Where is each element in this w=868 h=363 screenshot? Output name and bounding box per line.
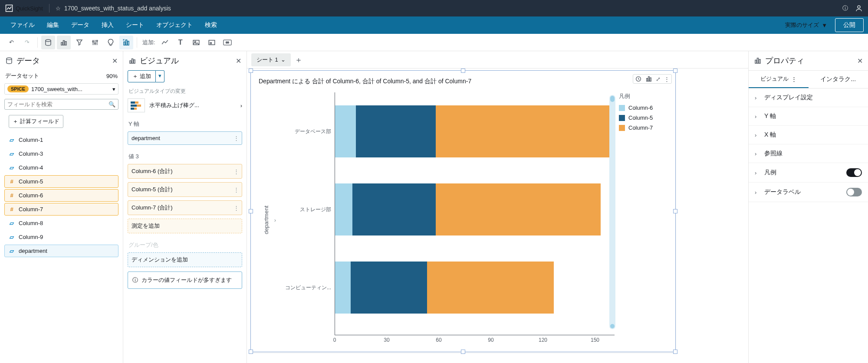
menu-object[interactable]: オブジェクト: [150, 21, 199, 29]
property-row[interactable]: ›データラベル: [749, 183, 868, 202]
group-well-placeholder[interactable]: ディメンションを追加: [128, 252, 242, 267]
bar-segment[interactable]: [351, 262, 427, 314]
add-sheet-button[interactable]: ＋: [293, 55, 304, 65]
bar-segment[interactable]: [436, 183, 601, 235]
bar-group[interactable]: [335, 262, 554, 314]
resize-handle[interactable]: [461, 350, 465, 354]
user-icon[interactable]: [855, 4, 863, 12]
resize-handle[interactable]: [673, 69, 677, 73]
visual-frame[interactable]: ⤢ ⋮ Department による 合計 of Column-6, 合計 of…: [250, 70, 676, 352]
property-row[interactable]: ›ディスプレイ設定: [749, 88, 868, 107]
bar-segment[interactable]: [335, 262, 351, 314]
resize-handle[interactable]: [673, 350, 677, 354]
field-Column-9[interactable]: ▱Column-9: [4, 231, 118, 243]
edit-icon[interactable]: [645, 75, 652, 82]
legend-item[interactable]: Column-7: [619, 124, 671, 131]
expand-icon[interactable]: ⤢: [656, 76, 661, 82]
close-icon[interactable]: ✕: [112, 57, 118, 65]
resize-handle[interactable]: [461, 69, 465, 73]
toggle-switch[interactable]: [846, 188, 862, 196]
menu-sheet[interactable]: シート: [120, 21, 150, 29]
properties-panel-toggle[interactable]: [119, 36, 133, 49]
data-panel-toggle[interactable]: [41, 36, 55, 49]
add-custom-icon[interactable]: [205, 36, 219, 49]
more-icon[interactable]: ⋮: [664, 76, 670, 82]
menu-insert[interactable]: 挿入: [95, 21, 120, 29]
field-search-input[interactable]: [7, 101, 108, 108]
add-sheet-icon[interactable]: ∞: [220, 36, 234, 49]
add-visual-dropdown[interactable]: ▾: [156, 70, 164, 82]
chevron-down-icon[interactable]: ⌄: [281, 56, 286, 63]
y-axis-chevron[interactable]: ›: [270, 92, 280, 347]
chart-plot[interactable]: データベース部ストレージ部コンピューティン... 0306090120150: [283, 92, 615, 347]
legend-item[interactable]: Column-6: [619, 105, 671, 111]
app-logo[interactable]: QuickSight: [5, 4, 43, 12]
sheet-tab[interactable]: シート 1⌄: [251, 53, 291, 66]
scrollbar-minimap[interactable]: [609, 95, 615, 329]
menu-search[interactable]: 検索: [199, 21, 223, 29]
resize-handle[interactable]: [249, 350, 253, 354]
more-icon[interactable]: ⋮: [791, 76, 797, 82]
bar-group[interactable]: [335, 183, 601, 235]
y-axis-well[interactable]: department⋮: [128, 131, 242, 145]
value-well-1[interactable]: Column-5 (合計)⋮: [128, 182, 242, 197]
add-line-icon[interactable]: [158, 36, 172, 49]
value-well-placeholder[interactable]: 測定を追加: [128, 219, 242, 233]
field-search[interactable]: 🔍: [4, 99, 118, 110]
well-menu-icon[interactable]: ⋮: [233, 135, 239, 141]
field-Column-5[interactable]: #Column-5: [4, 175, 118, 188]
add-calc-field-button[interactable]: ＋計算フィールド: [9, 115, 63, 128]
filter-icon[interactable]: [72, 36, 86, 49]
field-Column-7[interactable]: #Column-7: [4, 203, 118, 216]
publish-button[interactable]: 公開: [835, 18, 864, 32]
add-visual-button[interactable]: ＋追加: [128, 70, 156, 82]
tab-visual[interactable]: ビジュアル⋮: [749, 71, 809, 88]
visual-panel-toggle[interactable]: [57, 36, 71, 49]
property-row[interactable]: ›Y 軸: [749, 107, 868, 126]
add-text-icon[interactable]: T: [174, 36, 187, 49]
tab-interaction[interactable]: インタラク...: [809, 71, 868, 88]
bar-segment[interactable]: [335, 183, 352, 235]
toggle-switch[interactable]: [846, 168, 862, 177]
close-icon[interactable]: ✕: [236, 57, 241, 65]
field-Column-3[interactable]: ▱Column-3: [4, 147, 118, 160]
star-icon[interactable]: ☆: [56, 5, 61, 12]
field-Column-1[interactable]: ▱Column-1: [4, 134, 118, 146]
insight-icon[interactable]: [104, 36, 118, 49]
add-image-icon[interactable]: [189, 36, 203, 49]
help-icon[interactable]: ⓘ: [842, 4, 848, 12]
visual-type-selector[interactable]: 水平積み上げ棒グ... ›: [128, 98, 242, 112]
well-menu-icon[interactable]: ⋮: [233, 186, 239, 193]
bar-segment[interactable]: [335, 105, 356, 157]
undo-button[interactable]: ↶: [4, 36, 18, 49]
bar-segment[interactable]: [356, 105, 436, 157]
dataset-selector[interactable]: SPICE 1700_sweets_with... ▾: [4, 83, 118, 95]
menu-data[interactable]: データ: [65, 21, 95, 29]
bar-segment[interactable]: [352, 183, 436, 235]
bar-segment[interactable]: [436, 105, 609, 157]
menu-edit[interactable]: 編集: [41, 21, 65, 29]
property-row[interactable]: ›凡例: [749, 163, 868, 183]
value-well-0[interactable]: Column-6 (合計)⋮: [128, 164, 242, 179]
menu-file[interactable]: ファイル: [4, 21, 41, 29]
well-menu-icon[interactable]: ⋮: [233, 205, 239, 211]
bar-segment[interactable]: [427, 262, 554, 314]
resize-handle[interactable]: [249, 209, 253, 213]
field-Column-6[interactable]: #Column-6: [4, 189, 118, 202]
refresh-icon[interactable]: [635, 75, 642, 82]
zoom-selector[interactable]: 実際のサイズ▼: [785, 21, 827, 29]
property-row[interactable]: ›X 軸: [749, 126, 868, 144]
legend-item[interactable]: Column-5: [619, 114, 671, 121]
resize-handle[interactable]: [673, 209, 677, 213]
redo-button[interactable]: ↷: [20, 36, 34, 49]
bar-group[interactable]: [335, 105, 609, 157]
parameters-icon[interactable]: [88, 36, 102, 49]
property-row[interactable]: ›参照線: [749, 144, 868, 163]
field-Column-4[interactable]: ▱Column-4: [4, 161, 118, 174]
value-well-2[interactable]: Column-7 (合計)⋮: [128, 200, 242, 215]
close-icon[interactable]: ✕: [857, 57, 863, 65]
resize-handle[interactable]: [249, 69, 253, 73]
well-menu-icon[interactable]: ⋮: [233, 168, 239, 175]
field-Column-8[interactable]: ▱Column-8: [4, 217, 118, 229]
field-department[interactable]: ▱department: [4, 245, 118, 257]
